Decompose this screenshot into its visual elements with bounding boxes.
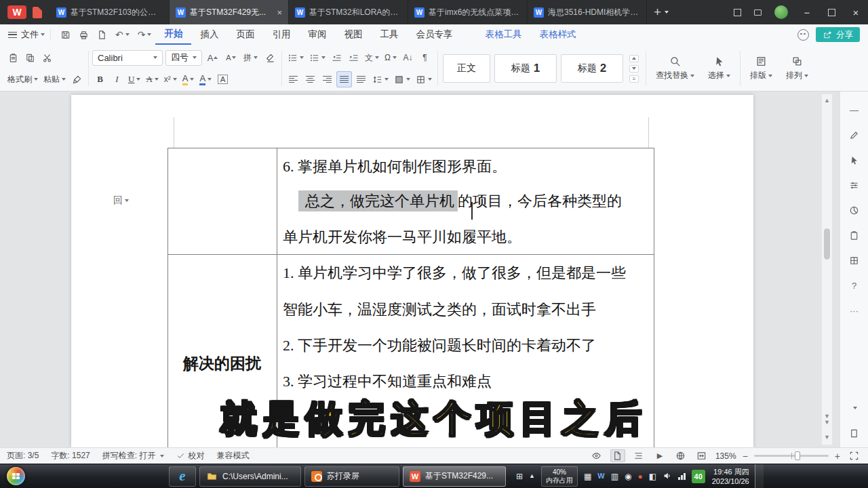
find-replace-button[interactable]: 查找替换 <box>650 54 701 83</box>
cleaner-badge[interactable]: 40 <box>692 470 705 483</box>
page-view-icon[interactable] <box>610 449 625 462</box>
style-body[interactable]: 正文 <box>443 54 490 83</box>
hamburger-icon[interactable] <box>8 32 17 38</box>
arrange-button[interactable]: 排列 <box>780 54 814 83</box>
cut-button[interactable] <box>39 49 55 66</box>
gallery-more-icon[interactable]: ≡ <box>629 75 639 83</box>
maximize-button[interactable] <box>819 0 844 24</box>
doc-line-6[interactable]: 2. 下手开发一个功能被问题长时间的卡着动不了 <box>283 336 596 356</box>
show-marks-button[interactable]: ¶ <box>417 49 433 66</box>
decrease-indent-button[interactable] <box>329 49 344 66</box>
bold-button[interactable]: B <box>92 71 108 87</box>
adjust-sliders-icon[interactable] <box>847 178 862 192</box>
web-layout-icon[interactable] <box>673 449 688 462</box>
tray-cloud-icon[interactable]: ◧ <box>649 472 656 481</box>
increase-indent-button[interactable] <box>346 49 361 66</box>
typeset-button[interactable]: 排版 <box>744 54 778 83</box>
doc-tab-5[interactable]: W海思3516-HDMI相机学习... <box>528 0 647 24</box>
tab-table-style[interactable]: 表格样式 <box>530 24 585 45</box>
highlight-color-button[interactable]: A <box>180 71 197 87</box>
wps-taskbar-button[interactable]: W 基于STM32F429... <box>403 466 506 487</box>
gallery-up-icon[interactable] <box>629 55 639 62</box>
zoom-level[interactable]: 135% <box>715 451 736 461</box>
font-size-select[interactable]: 四号 <box>165 50 202 66</box>
word-count[interactable]: 字数: 1527 <box>51 450 90 462</box>
start-button[interactable] <box>7 467 25 485</box>
assistant-icon[interactable] <box>797 29 809 41</box>
undo-button[interactable]: ↶ <box>111 25 134 44</box>
file-menu[interactable]: 文件 <box>21 28 39 41</box>
paste-icon-button[interactable] <box>5 49 21 66</box>
help-icon[interactable]: ? <box>847 278 862 293</box>
zoom-out-button[interactable]: − <box>743 451 748 462</box>
network-icon[interactable] <box>678 473 686 480</box>
align-left-button[interactable] <box>285 71 301 87</box>
print-button[interactable] <box>75 25 93 44</box>
spell-check[interactable]: 拼写检查: 打开 <box>102 450 165 462</box>
tab-view[interactable]: 视图 <box>335 24 371 45</box>
brush-icon[interactable] <box>69 71 85 87</box>
tray-update-icon[interactable]: ◉ <box>625 472 631 481</box>
line-spacing-button[interactable] <box>370 71 391 87</box>
proofread[interactable]: 校对 <box>176 450 204 462</box>
superscript-button[interactable]: x² <box>162 71 179 87</box>
tab-tools[interactable]: 工具 <box>371 24 407 45</box>
clock[interactable]: 19:46 周四 2023/10/26 <box>712 467 749 486</box>
collapse-icon[interactable]: — <box>847 102 862 117</box>
copy-button[interactable] <box>22 49 38 66</box>
ie-taskbar-button[interactable]: e <box>169 466 196 487</box>
tab-page[interactable]: 页面 <box>227 24 263 45</box>
align-center-button[interactable] <box>302 71 318 87</box>
page-fit-icon[interactable] <box>847 426 862 441</box>
paste-button[interactable]: 粘贴 <box>41 71 68 87</box>
close-button[interactable]: × <box>844 0 868 24</box>
scroll-down-icon[interactable]: ▼ <box>822 434 832 441</box>
new-tab-button[interactable]: + <box>654 5 661 20</box>
next-page-icon[interactable] <box>847 401 862 415</box>
select-cursor-icon[interactable] <box>847 152 862 167</box>
char-border-button[interactable]: A <box>215 71 231 87</box>
sort-button[interactable]: A↓ <box>400 49 416 66</box>
play-slideshow-icon[interactable]: ▶ <box>652 449 667 462</box>
outline-view-icon[interactable] <box>631 449 646 462</box>
doc-line-4[interactable]: 1. 单片机学习中学了很多，做了很多，但是都是一些 <box>283 263 626 283</box>
margin-control[interactable]: 回 <box>113 195 129 207</box>
page-indicator[interactable]: 页面: 3/5 <box>7 450 39 462</box>
chart-pie-icon[interactable] <box>847 203 862 218</box>
show-desktop-button[interactable] <box>755 464 764 488</box>
share-button[interactable]: 分享 <box>816 27 860 42</box>
tab-list-chevron-icon[interactable] <box>665 11 669 14</box>
app-center-icon[interactable] <box>747 9 768 16</box>
tray-wps-icon[interactable]: W <box>597 472 604 480</box>
grid-frame-icon[interactable] <box>847 253 862 268</box>
text-tool-button[interactable]: 文 <box>363 49 381 66</box>
volume-icon[interactable] <box>663 471 672 482</box>
font-name-select[interactable]: Calibri <box>92 50 163 66</box>
memory-widget[interactable]: 40% 内存占用 <box>541 466 578 487</box>
zoom-slider[interactable] <box>754 455 829 457</box>
scroll-up-icon[interactable]: ▲ <box>822 98 832 104</box>
compat-mode[interactable]: 兼容模式 <box>216 450 249 462</box>
doc-tab-1[interactable]: W基于STM32F103的公交自... <box>50 0 170 24</box>
font-color-button[interactable]: A <box>197 71 214 87</box>
format-painter-button[interactable]: 格式刷 <box>5 71 40 87</box>
doc-tab-3[interactable]: W基于STM32和LORA的多路 <box>289 0 408 24</box>
doc-line-2[interactable]: 总之，做完这个单片机的项目，今后各种类型的 <box>298 191 622 211</box>
align-right-button[interactable] <box>319 71 335 87</box>
doc-tab-2-active[interactable]: W基于STM32F429无...× <box>170 0 289 24</box>
tab-member[interactable]: 会员专享 <box>407 24 461 45</box>
tab-table-tools[interactable]: 表格工具 <box>476 24 530 45</box>
print-preview-button[interactable] <box>93 25 111 44</box>
save-button[interactable] <box>56 25 75 44</box>
zoom-slider-thumb[interactable] <box>795 451 800 460</box>
close-tab-icon[interactable]: × <box>277 7 282 18</box>
gallery-down-icon[interactable] <box>629 65 639 73</box>
shading-button[interactable] <box>392 71 412 87</box>
selected-text[interactable]: 总之，做完这个单片机 <box>298 190 458 211</box>
increase-font-icon[interactable]: A <box>205 49 220 66</box>
pinyin-guide-icon[interactable]: 拼 <box>241 49 260 66</box>
doc-tab-4[interactable]: W基于imx6的无线点菜项目(1 <box>408 0 528 24</box>
scrollbar-thumb[interactable] <box>824 228 830 260</box>
style-heading2[interactable]: 标题2 <box>561 54 623 83</box>
user-avatar[interactable] <box>774 5 788 19</box>
